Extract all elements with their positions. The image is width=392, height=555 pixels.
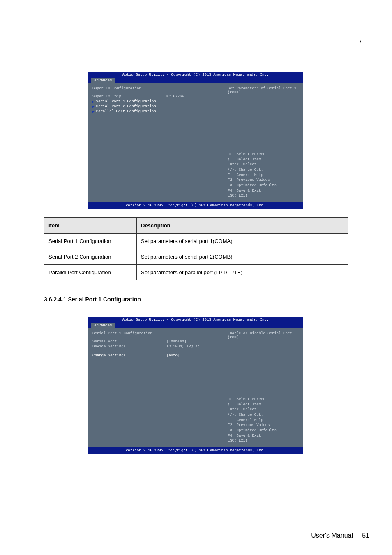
help-key: Enter: Select — [228, 162, 300, 167]
submenu-label: Parallel Port Configuration — [96, 109, 156, 113]
super-io-chip-row: Super IO Chip NCT6776F — [92, 95, 221, 99]
help-key: Enter: Select — [228, 407, 300, 412]
submenu-arrow-icon: ▶ — [92, 105, 95, 109]
help-keys: →←: Select Screen ↑↓: Select Item Enter:… — [228, 152, 300, 199]
bios-body: Serial Port 1 Configuration Serial Port … — [88, 328, 303, 447]
help-key: →←: Select Screen — [228, 152, 300, 157]
help-key: F4: Save & Exit — [228, 189, 300, 194]
help-key: +/-: Change Opt. — [228, 168, 300, 173]
subsection-title: 3.6.2.4.1 Serial Port 1 Configuration — [44, 296, 141, 303]
stray-comma: , — [360, 36, 361, 43]
bios-main-panel: Super IO Configuration Super IO Chip NCT… — [88, 83, 225, 202]
table-row: Serial Port 2 Configuration Set paramete… — [44, 249, 348, 265]
help-key: +/-: Change Opt. — [228, 413, 300, 418]
help-key: F3: Optimized Defaults — [228, 428, 300, 433]
tab-advanced[interactable]: Advanced — [91, 323, 115, 328]
help-key: F3: Optimized Defaults — [228, 183, 300, 188]
change-settings-row[interactable]: Change Settings [Auto] — [92, 354, 221, 358]
help-key: F1: General Help — [228, 173, 300, 178]
serial-port-row[interactable]: Serial Port [Enabled] — [92, 340, 221, 344]
table-header-desc: Description — [137, 218, 348, 234]
chip-label: Super IO Chip — [92, 95, 166, 99]
bios-help-sidebar: Enable or Disable Serial Port (COM) →←: … — [225, 328, 303, 447]
table-cell-desc: Set parameters of serial port 1(COMA) — [137, 234, 348, 249]
help-key: ↑↓: Select Item — [228, 402, 300, 407]
help-key: F2: Previous Values — [228, 423, 300, 428]
device-settings-label: Device Settings — [92, 345, 166, 349]
bios-footer: Version 2.16.1242. Copyright (C) 2013 Am… — [88, 447, 303, 454]
bios-tabs: Advanced — [88, 78, 303, 83]
help-key: ESC: Exit — [228, 194, 300, 199]
help-description: Set Parameters of Serial Port 1 (COMA) — [228, 86, 300, 95]
change-settings-label: Change Settings — [92, 354, 166, 358]
help-description: Enable or Disable Serial Port (COM) — [228, 331, 300, 340]
table-cell-desc: Set parameters of serial port 2(COMB) — [137, 249, 348, 265]
section-title: Super IO Configuration — [92, 86, 221, 90]
table-cell-item: Parallel Port Configuration — [44, 265, 137, 280]
bios-help-sidebar: Set Parameters of Serial Port 1 (COMA) →… — [225, 83, 303, 202]
table-cell-item: Serial Port 2 Configuration — [44, 249, 137, 265]
change-settings-value: [Auto] — [166, 354, 180, 358]
page-number: 51 — [362, 532, 369, 539]
help-keys: →←: Select Screen ↑↓: Select Item Enter:… — [228, 397, 300, 444]
tab-advanced[interactable]: Advanced — [91, 78, 115, 83]
submenu-label: Serial Port 1 Configuration — [96, 99, 156, 104]
submenu-label: Serial Port 2 Configuration — [96, 104, 156, 109]
table-cell-desc: Set parameters of parallel port (LPT/LPT… — [137, 265, 348, 280]
help-key: ↑↓: Select Item — [228, 157, 300, 162]
serial-port-value: [Enabled] — [166, 340, 187, 344]
bios-tabs: Advanced — [88, 323, 303, 328]
chip-value: NCT6776F — [166, 95, 184, 99]
help-key: F2: Previous Values — [228, 178, 300, 183]
device-settings-value: IO=3F8h; IRQ=4; — [166, 345, 200, 349]
help-key: F1: General Help — [228, 418, 300, 423]
bios-window-serial-port-1: Aptio Setup Utility - Copyright (C) 2013… — [88, 317, 303, 454]
table-cell-item: Serial Port 1 Configuration — [44, 234, 137, 249]
table-row: Serial Port 1 Configuration Set paramete… — [44, 234, 348, 249]
table-header-item: Item — [44, 218, 137, 234]
table-header-row: Item Description — [44, 218, 348, 234]
bios-main-panel: Serial Port 1 Configuration Serial Port … — [88, 328, 225, 447]
bios-body: Super IO Configuration Super IO Chip NCT… — [88, 83, 303, 202]
page-footer-text: User's Manual — [311, 532, 353, 539]
bios-header: Aptio Setup Utility - Copyright (C) 2013… — [88, 72, 303, 78]
submenu-serial-port-2[interactable]: ▶ Serial Port 2 Configuration — [92, 104, 221, 109]
help-key: →←: Select Screen — [228, 397, 300, 402]
device-settings-row: Device Settings IO=3F8h; IRQ=4; — [92, 345, 221, 349]
table-row: Parallel Port Configuration Set paramete… — [44, 265, 348, 280]
submenu-serial-port-1[interactable]: ▶ Serial Port 1 Configuration — [92, 99, 221, 104]
section-title: Serial Port 1 Configuration — [92, 331, 221, 335]
submenu-parallel-port[interactable]: ▶ Parallel Port Configuration — [92, 109, 221, 113]
bios-window-super-io: Aptio Setup Utility - Copyright (C) 2013… — [88, 72, 303, 209]
submenu-arrow-icon: ▶ — [92, 110, 95, 113]
serial-port-label: Serial Port — [92, 340, 166, 344]
bios-footer: Version 2.16.1242. Copyright (C) 2013 Am… — [88, 202, 303, 209]
help-key: ESC: Exit — [228, 439, 300, 444]
help-key: F4: Save & Exit — [228, 434, 300, 439]
description-table: Item Description Serial Port 1 Configura… — [44, 217, 348, 280]
bios-header: Aptio Setup Utility - Copyright (C) 2013… — [88, 317, 303, 323]
submenu-arrow-icon: ▶ — [92, 100, 95, 104]
